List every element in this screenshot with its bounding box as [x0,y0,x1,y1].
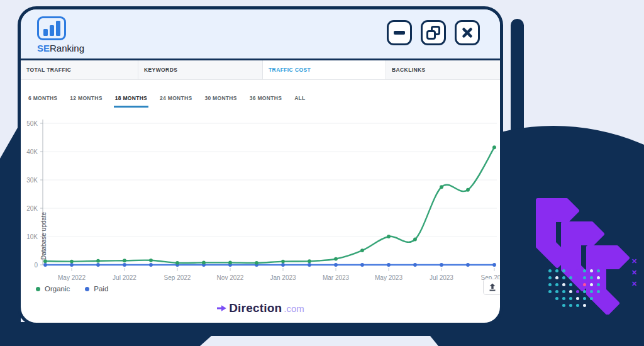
svg-text:Jul 2022: Jul 2022 [113,274,136,281]
svg-text:May 2022: May 2022 [58,274,86,281]
legend-item-organic[interactable]: Organic [36,285,70,293]
legend-item-paid[interactable]: Paid [85,285,108,293]
chart-legend: Organic Paid [36,285,108,293]
se-ranking-window: SERanking TOTAL T [18,6,503,326]
x-marks-decoration: ✕ ✕ ✕ [631,258,637,287]
x-mark-icon: ✕ [631,281,637,287]
direction-arrow-icon [216,304,227,312]
direction-name: Direction [229,301,282,315]
background-floor-notch [189,336,440,346]
legend-label-organic: Organic [45,285,70,293]
range-18-months[interactable]: 18 MONTHS [114,95,148,108]
page: SERanking TOTAL T [0,0,644,346]
svg-text:Jan 2023: Jan 2023 [270,274,296,281]
dot-grid [548,269,600,307]
range-all[interactable]: ALL [293,95,306,108]
svg-text:Jul 2023: Jul 2023 [430,274,453,281]
window-header: SERanking [21,9,500,60]
range-36-months[interactable]: 36 MONTHS [248,95,283,108]
svg-text:Mar 2023: Mar 2023 [323,274,350,281]
legend-label-paid: Paid [94,285,108,293]
metric-tabs: TOTAL TRAFFIC KEYWORDS TRAFFIC COST BACK… [21,60,500,80]
close-icon [461,26,474,39]
svg-text:0: 0 [34,262,38,269]
restore-button[interactable] [421,20,446,45]
minimize-icon [394,31,405,35]
svg-text:Sep 2022: Sep 2022 [164,274,191,281]
window-controls [387,20,480,45]
svg-text:May 2023: May 2023 [375,274,402,281]
traffic-cost-chart: 010K20K30K40K50KMay 2022Jul 2022Sep 2022… [21,115,500,285]
restore-icon [426,26,440,40]
export-button[interactable] [483,279,502,295]
range-24-months[interactable]: 24 MONTHS [158,95,193,108]
direction-watermark: Direction.com [21,301,500,315]
tab-backlinks[interactable]: BACKLINKS [386,60,500,79]
svg-text:20K: 20K [26,205,38,212]
paid-dot-icon [85,287,89,291]
brand-se: SE [37,43,50,53]
close-button[interactable] [455,20,480,45]
brand-ranking: Ranking [50,43,84,53]
tab-traffic-cost[interactable]: TRAFFIC COST [263,60,386,79]
organic-dot-icon [36,287,40,291]
card-shadow-bar [511,19,524,138]
time-range-selector: 6 MONTHS 12 MONTHS 18 MONTHS 24 MONTHS 3… [27,95,307,108]
range-6-months[interactable]: 6 MONTHS [27,95,58,108]
brand-name: SERanking [37,43,84,53]
svg-text:30K: 30K [26,177,38,184]
export-upload-icon [489,283,496,291]
direction-tld: .com [284,303,304,314]
x-mark-icon: ✕ [631,258,637,265]
svg-text:10K: 10K [26,233,38,240]
range-30-months[interactable]: 30 MONTHS [203,95,238,108]
svg-text:40K: 40K [26,148,38,155]
bar-chart-logo-icon [37,16,66,40]
minimize-button[interactable] [387,20,412,45]
svg-text:Database update: Database update [40,211,47,260]
svg-text:50K: 50K [26,120,38,127]
range-12-months[interactable]: 12 MONTHS [69,95,103,108]
se-ranking-logo: SERanking [37,16,84,53]
x-mark-icon: ✕ [631,269,637,276]
tab-keywords[interactable]: KEYWORDS [138,60,263,79]
tab-total-traffic[interactable]: TOTAL TRAFFIC [21,60,138,79]
svg-text:Nov 2022: Nov 2022 [217,274,244,281]
